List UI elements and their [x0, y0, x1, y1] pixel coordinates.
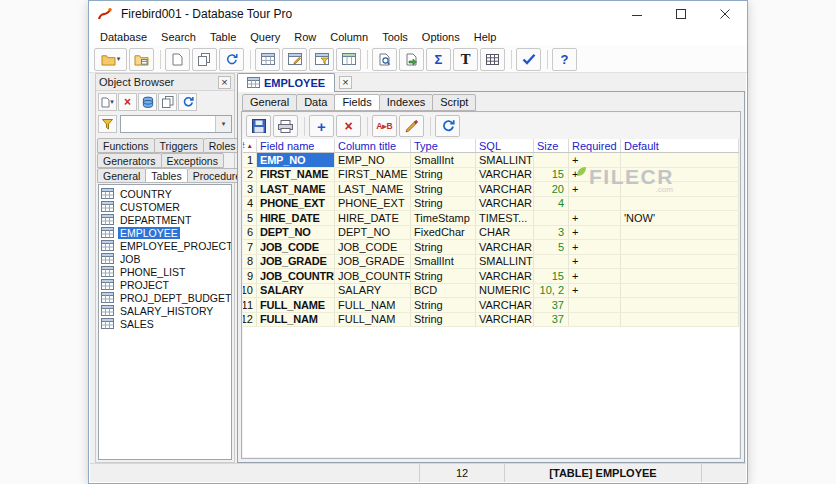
- menu-tools[interactable]: Tools: [375, 29, 415, 45]
- type-cell[interactable]: String: [411, 197, 476, 211]
- grid-row[interactable]: 4 PHONE_EXT PHONE_EXT String VARCHAR 4: [243, 197, 739, 212]
- column-title-cell[interactable]: FULL_NAM: [335, 298, 411, 312]
- filter-button[interactable]: [98, 115, 117, 133]
- column-title-cell[interactable]: FULL_NAM: [335, 313, 411, 327]
- required-cell[interactable]: +: [569, 255, 621, 269]
- default-cell[interactable]: [621, 269, 739, 283]
- table-list-label[interactable]: JOB: [118, 253, 142, 265]
- row-number-cell[interactable]: 9: [243, 269, 257, 283]
- refresh-button[interactable]: [219, 48, 244, 71]
- size-cell[interactable]: 5: [534, 240, 569, 254]
- menu-options[interactable]: Options: [415, 29, 467, 45]
- grid-row[interactable]: 6 DEPT_NO DEPT_NO FixedChar CHAR 3 +: [243, 226, 739, 241]
- close-button[interactable]: [703, 1, 747, 27]
- menu-help[interactable]: Help: [467, 29, 504, 45]
- default-cell[interactable]: 'NOW': [621, 211, 739, 225]
- sql-cell[interactable]: SMALLINT: [476, 255, 534, 269]
- column-title-cell[interactable]: DEPT_NO: [335, 226, 411, 240]
- databases-button[interactable]: [138, 93, 157, 111]
- default-cell[interactable]: [621, 197, 739, 211]
- table-data-button[interactable]: [255, 48, 280, 71]
- table-list-label[interactable]: PROJ_DEPT_BUDGET: [118, 292, 232, 304]
- grid-row[interactable]: 5 HIRE_DATE HIRE_DATE TimeStamp TIMEST..…: [243, 211, 739, 226]
- edit-field-button[interactable]: [399, 115, 424, 137]
- size-cell[interactable]: [534, 255, 569, 269]
- grid-row[interactable]: 7 JOB_CODE JOB_CODE String VARCHAR 5 +: [243, 240, 739, 255]
- row-number-cell[interactable]: 5: [243, 211, 257, 225]
- add-field-button[interactable]: +: [309, 115, 334, 137]
- table-list-label[interactable]: DEPARTMENT: [118, 214, 193, 226]
- type-cell[interactable]: String: [411, 298, 476, 312]
- text-mode-button[interactable]: T: [453, 48, 478, 71]
- sql-cell[interactable]: TIMEST...: [476, 211, 534, 225]
- table-list-label[interactable]: EMPLOYEE: [118, 227, 180, 239]
- col-header-field-name[interactable]: Field name: [257, 139, 335, 152]
- row-number-cell[interactable]: 11: [243, 298, 257, 312]
- type-cell[interactable]: String: [411, 168, 476, 182]
- object-filter-value[interactable]: [121, 116, 215, 132]
- table-filter-button[interactable]: [309, 48, 334, 71]
- table-list-item[interactable]: PROJECT: [99, 278, 231, 291]
- grid-row[interactable]: 10 SALARY SALARY BCD NUMERIC 10, 2 +: [243, 284, 739, 299]
- type-cell[interactable]: TimeStamp: [411, 211, 476, 225]
- row-number-cell[interactable]: 1: [243, 153, 257, 167]
- field-name-cell[interactable]: FULL_NAME: [257, 298, 335, 312]
- size-cell[interactable]: [534, 211, 569, 225]
- size-cell[interactable]: 15: [534, 168, 569, 182]
- sql-cell[interactable]: VARCHAR: [476, 240, 534, 254]
- size-cell[interactable]: [534, 153, 569, 167]
- subtab-script[interactable]: Script: [432, 94, 476, 111]
- field-name-cell[interactable]: SALARY: [257, 284, 335, 298]
- sql-cell[interactable]: CHAR: [476, 226, 534, 240]
- open-table-button[interactable]: [129, 48, 154, 71]
- maximize-button[interactable]: [659, 1, 703, 27]
- type-cell[interactable]: BCD: [411, 284, 476, 298]
- column-title-cell[interactable]: JOB_GRADE: [335, 255, 411, 269]
- field-name-cell[interactable]: FIRST_NAME: [257, 168, 335, 182]
- default-cell[interactable]: [621, 168, 739, 182]
- table-list-item[interactable]: EMPLOYEE_PROJECT: [99, 239, 231, 252]
- grid-row[interactable]: 11 FULL_NAME FULL_NAM String VARCHAR 37: [243, 298, 739, 313]
- column-title-cell[interactable]: JOB_CODE: [335, 240, 411, 254]
- required-cell[interactable]: +: [569, 153, 621, 167]
- column-title-cell[interactable]: FIRST_NAME: [335, 168, 411, 182]
- row-number-cell[interactable]: 12: [243, 313, 257, 327]
- menu-row[interactable]: Row: [287, 29, 323, 45]
- field-name-cell[interactable]: FULL_NAM: [257, 313, 335, 327]
- size-cell[interactable]: 37: [534, 313, 569, 327]
- menu-search[interactable]: Search: [154, 29, 203, 45]
- tab-exceptions[interactable]: Exceptions: [161, 153, 224, 168]
- table-list-item[interactable]: PHONE_LIST: [99, 265, 231, 278]
- subtab-data[interactable]: Data: [296, 94, 335, 111]
- sql-cell[interactable]: VARCHAR: [476, 313, 534, 327]
- size-cell[interactable]: 3: [534, 226, 569, 240]
- menu-query[interactable]: Query: [243, 29, 287, 45]
- save-button[interactable]: [246, 115, 271, 137]
- field-name-cell[interactable]: JOB_COUNTRY: [257, 269, 335, 283]
- menu-database[interactable]: Database: [93, 29, 154, 45]
- table-list-label[interactable]: SALES: [118, 318, 156, 330]
- menu-table[interactable]: Table: [203, 29, 243, 45]
- new-object-button[interactable]: ▾: [98, 93, 117, 111]
- object-browser-close-button[interactable]: ×: [218, 76, 231, 89]
- column-title-cell[interactable]: SALARY: [335, 284, 411, 298]
- col-header-type[interactable]: Type: [411, 139, 476, 152]
- column-title-cell[interactable]: LAST_NAME: [335, 182, 411, 196]
- table-list-label[interactable]: EMPLOYEE_PROJECT: [118, 240, 232, 252]
- sql-cell[interactable]: VARCHAR: [476, 269, 534, 283]
- table-list-label[interactable]: SALARY_HISTORY: [118, 305, 215, 317]
- default-cell[interactable]: [621, 284, 739, 298]
- row-number-cell[interactable]: 6: [243, 226, 257, 240]
- default-cell[interactable]: [621, 153, 739, 167]
- grid-row[interactable]: 1 EMP_NO EMP_NO SmallInt SMALLINT +: [243, 153, 739, 168]
- sql-cell[interactable]: SMALLINT: [476, 153, 534, 167]
- type-cell[interactable]: String: [411, 269, 476, 283]
- sum-button[interactable]: Σ: [426, 48, 451, 71]
- menu-column[interactable]: Column: [323, 29, 375, 45]
- size-cell[interactable]: 10, 2: [534, 284, 569, 298]
- required-cell[interactable]: +: [569, 211, 621, 225]
- row-number-cell[interactable]: 8: [243, 255, 257, 269]
- grid-row[interactable]: 8 JOB_GRADE JOB_GRADE SmallInt SMALLINT …: [243, 255, 739, 270]
- field-name-cell[interactable]: PHONE_EXT: [257, 197, 335, 211]
- type-cell[interactable]: SmallInt: [411, 153, 476, 167]
